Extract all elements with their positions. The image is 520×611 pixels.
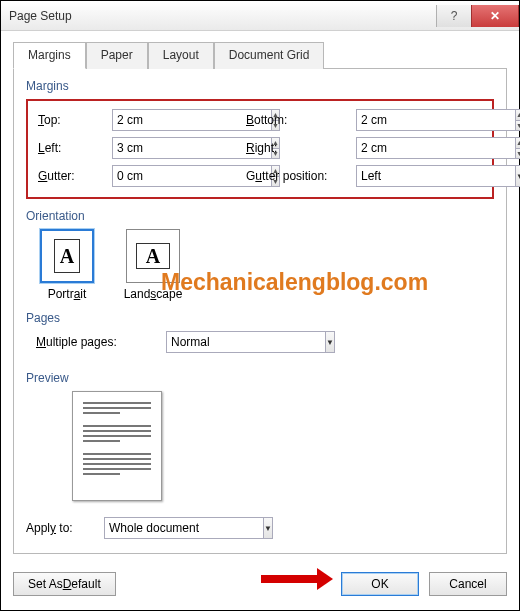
apply-to-label: Apply to: bbox=[26, 521, 104, 535]
top-label: Top: bbox=[38, 113, 112, 127]
window-title: Page Setup bbox=[9, 9, 436, 23]
spin-up-icon[interactable]: ▲ bbox=[516, 110, 520, 121]
pages-group-label: Pages bbox=[26, 311, 494, 325]
orientation-group-label: Orientation bbox=[26, 209, 494, 223]
right-label: Right: bbox=[246, 141, 356, 155]
spin-down-icon[interactable]: ▼ bbox=[516, 149, 520, 159]
landscape-icon: A bbox=[126, 229, 180, 283]
pages-group: Pages Multiple pages: ▼ bbox=[26, 311, 494, 353]
dialog-buttons: Set As Default OK Cancel bbox=[13, 572, 507, 596]
chevron-down-icon[interactable]: ▼ bbox=[263, 517, 273, 539]
apply-to-combo[interactable]: ▼ bbox=[104, 517, 260, 539]
left-spinner[interactable]: ▲▼ bbox=[112, 137, 208, 159]
tab-paper[interactable]: Paper bbox=[86, 42, 148, 69]
ok-button[interactable]: OK bbox=[341, 572, 419, 596]
margins-highlight-box: Top: ▲▼ Bottom: ▲▼ Left: bbox=[26, 99, 494, 199]
landscape-label: Landscape bbox=[124, 287, 183, 301]
tab-margins[interactable]: Margins bbox=[13, 42, 86, 69]
chevron-down-icon[interactable]: ▼ bbox=[325, 331, 335, 353]
bottom-label: Bottom: bbox=[246, 113, 356, 127]
gutter-position-label: Gutter position: bbox=[246, 169, 356, 183]
apply-to-value[interactable] bbox=[104, 517, 263, 539]
multiple-pages-value[interactable] bbox=[166, 331, 325, 353]
gutter-position-combo[interactable]: ▼ bbox=[356, 165, 452, 187]
annotation-arrow-icon bbox=[261, 568, 333, 590]
multiple-pages-label: Multiple pages: bbox=[36, 335, 166, 349]
portrait-icon: A bbox=[40, 229, 94, 283]
portrait-label: Portrait bbox=[48, 287, 87, 301]
bottom-spinner[interactable]: ▲▼ bbox=[356, 109, 452, 131]
right-spin-buttons[interactable]: ▲▼ bbox=[515, 137, 520, 159]
gutter-position-value[interactable] bbox=[356, 165, 515, 187]
top-spinner[interactable]: ▲▼ bbox=[112, 109, 208, 131]
close-icon: ✕ bbox=[490, 9, 500, 23]
tab-page-margins: Margins Top: ▲▼ Bottom: ▲▼ Left bbox=[13, 69, 507, 554]
preview-page-icon bbox=[72, 391, 162, 501]
help-button[interactable]: ? bbox=[436, 5, 471, 27]
apply-to-row: Apply to: ▼ bbox=[26, 517, 494, 539]
dialog-body: Margins Paper Layout Document Grid Margi… bbox=[1, 31, 519, 608]
spin-up-icon[interactable]: ▲ bbox=[516, 138, 520, 149]
chevron-down-icon[interactable]: ▼ bbox=[515, 165, 520, 187]
tab-layout[interactable]: Layout bbox=[148, 42, 214, 69]
orientation-group: Orientation A Portrait A Landscape bbox=[26, 209, 494, 301]
help-icon: ? bbox=[451, 9, 458, 23]
tab-strip: Margins Paper Layout Document Grid bbox=[13, 41, 507, 69]
set-as-default-button[interactable]: Set As Default bbox=[13, 572, 116, 596]
bottom-input[interactable] bbox=[356, 109, 515, 131]
right-input[interactable] bbox=[356, 137, 515, 159]
tab-document-grid[interactable]: Document Grid bbox=[214, 42, 325, 69]
orientation-landscape[interactable]: A Landscape bbox=[122, 229, 184, 301]
gutter-spinner[interactable]: ▲▼ bbox=[112, 165, 208, 187]
right-spinner[interactable]: ▲▼ bbox=[356, 137, 452, 159]
gutter-label: Gutter: bbox=[38, 169, 112, 183]
page-setup-dialog: Page Setup ? ✕ Margins Paper Layout Docu… bbox=[0, 0, 520, 611]
preview-group: Preview bbox=[26, 371, 494, 501]
preview-group-label: Preview bbox=[26, 371, 494, 385]
spin-down-icon[interactable]: ▼ bbox=[516, 121, 520, 131]
titlebar-buttons: ? ✕ bbox=[436, 5, 519, 27]
margins-group-label: Margins bbox=[26, 79, 494, 93]
close-button[interactable]: ✕ bbox=[471, 5, 519, 27]
multiple-pages-combo[interactable]: ▼ bbox=[166, 331, 322, 353]
cancel-button[interactable]: Cancel bbox=[429, 572, 507, 596]
left-label: Left: bbox=[38, 141, 112, 155]
orientation-portrait[interactable]: A Portrait bbox=[36, 229, 98, 301]
titlebar: Page Setup ? ✕ bbox=[1, 1, 519, 31]
bottom-spin-buttons[interactable]: ▲▼ bbox=[515, 109, 520, 131]
